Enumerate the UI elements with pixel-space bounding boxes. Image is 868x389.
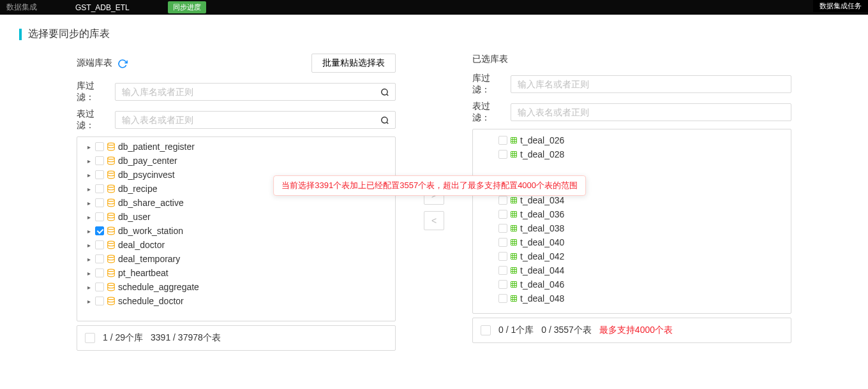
tree-checkbox[interactable] bbox=[498, 252, 507, 261]
tree-item[interactable]: t_deal_042 bbox=[473, 249, 791, 263]
dest-summary-checkbox[interactable] bbox=[481, 325, 491, 335]
tree-item[interactable]: ▸db_share_active bbox=[77, 196, 395, 210]
source-summary-db: 1 / 29个库 bbox=[103, 332, 143, 344]
tree-checkbox[interactable] bbox=[498, 238, 507, 247]
tree-checkbox[interactable] bbox=[498, 150, 507, 159]
database-icon bbox=[107, 268, 116, 277]
tree-checkbox[interactable] bbox=[95, 226, 104, 235]
transfer-left-button[interactable]: < bbox=[424, 211, 444, 230]
tree-item[interactable]: t_deal_036 bbox=[473, 207, 791, 221]
tree-checkbox[interactable] bbox=[95, 156, 104, 165]
tree-item[interactable]: ▸deal_doctor bbox=[77, 238, 395, 252]
tree-checkbox[interactable] bbox=[95, 198, 104, 207]
dest-summary-table: 0 / 3557个表 bbox=[541, 325, 592, 336]
tree-label: deal_temporary bbox=[118, 254, 180, 264]
chevron-right-icon[interactable]: ▸ bbox=[85, 172, 93, 179]
chevron-right-icon[interactable]: ▸ bbox=[85, 200, 93, 207]
database-icon bbox=[107, 156, 116, 165]
source-summary: 1 / 29个库 3391 / 37978个表 bbox=[77, 325, 396, 351]
tree-checkbox[interactable] bbox=[95, 240, 104, 249]
chevron-right-icon[interactable]: ▸ bbox=[85, 284, 93, 291]
dest-panel-title: 已选库表 bbox=[472, 54, 508, 65]
source-table-filter-label: 表过滤： bbox=[77, 108, 108, 131]
chevron-right-icon[interactable]: ▸ bbox=[85, 298, 93, 305]
tree-checkbox[interactable] bbox=[498, 210, 507, 219]
tree-item[interactable]: t_deal_046 bbox=[473, 277, 791, 291]
refresh-icon[interactable] bbox=[117, 57, 128, 68]
chevron-right-icon[interactable]: ▸ bbox=[85, 228, 93, 235]
tree-item[interactable]: ▸schedule_aggregate bbox=[77, 280, 395, 294]
svg-point-13 bbox=[108, 269, 115, 272]
dest-tree[interactable]: t_deal_026t_deal_028t_deal_034t_deal_036… bbox=[472, 129, 791, 314]
tree-item[interactable]: t_deal_044 bbox=[473, 263, 791, 277]
tree-item[interactable]: ▸schedule_doctor bbox=[77, 294, 395, 308]
tree-checkbox[interactable] bbox=[498, 294, 507, 303]
tree-item[interactable]: t_deal_026 bbox=[473, 133, 791, 147]
top-bar-tab[interactable]: GST_ADB_ETL bbox=[75, 3, 130, 12]
svg-rect-31 bbox=[511, 212, 517, 217]
tree-checkbox[interactable] bbox=[95, 184, 104, 193]
database-icon bbox=[107, 226, 116, 235]
tree-item[interactable]: ▸pt_heartbeat bbox=[77, 266, 395, 280]
chevron-right-icon[interactable]: ▸ bbox=[85, 270, 93, 277]
svg-point-11 bbox=[108, 241, 115, 244]
svg-rect-46 bbox=[511, 254, 517, 260]
tree-checkbox[interactable] bbox=[95, 142, 104, 151]
search-icon[interactable] bbox=[380, 115, 389, 125]
tree-item[interactable]: ▸deal_temporary bbox=[77, 252, 395, 266]
database-icon bbox=[107, 142, 116, 151]
tree-checkbox[interactable] bbox=[498, 280, 507, 289]
source-panel-title: 源端库表 bbox=[77, 57, 128, 69]
tree-label: t_deal_026 bbox=[520, 135, 564, 145]
dest-db-filter-input[interactable] bbox=[511, 75, 791, 93]
chevron-right-icon[interactable]: ▸ bbox=[85, 242, 93, 249]
tree-checkbox[interactable] bbox=[498, 196, 507, 205]
table-icon bbox=[510, 196, 518, 204]
source-tree[interactable]: ▸db_patient_register▸db_pay_center▸db_ps… bbox=[77, 136, 396, 321]
svg-rect-61 bbox=[511, 296, 517, 302]
tree-item[interactable]: ▸db_user bbox=[77, 210, 395, 224]
table-icon bbox=[510, 150, 518, 158]
chevron-right-icon[interactable]: ▸ bbox=[85, 158, 93, 165]
tree-item[interactable]: t_deal_040 bbox=[473, 235, 791, 249]
tree-label: schedule_doctor bbox=[118, 296, 184, 306]
svg-point-12 bbox=[108, 255, 115, 258]
tree-checkbox[interactable] bbox=[95, 283, 104, 291]
tree-label: pt_heartbeat bbox=[118, 268, 168, 278]
tree-label: deal_doctor bbox=[118, 240, 165, 250]
tree-checkbox[interactable] bbox=[95, 297, 104, 305]
tree-checkbox[interactable] bbox=[95, 170, 104, 179]
svg-point-2 bbox=[382, 117, 387, 123]
tree-checkbox[interactable] bbox=[498, 266, 507, 275]
tree-label: t_deal_034 bbox=[520, 195, 564, 205]
tree-checkbox[interactable] bbox=[95, 268, 104, 277]
tree-item[interactable]: ▸db_patient_register bbox=[77, 140, 395, 154]
svg-rect-16 bbox=[511, 138, 517, 143]
chevron-right-icon[interactable]: ▸ bbox=[85, 186, 93, 193]
table-icon bbox=[510, 239, 518, 246]
chevron-right-icon[interactable]: ▸ bbox=[85, 256, 93, 263]
dest-db-filter-label: 库过滤： bbox=[472, 73, 504, 96]
tree-item[interactable]: t_deal_048 bbox=[473, 291, 791, 305]
tree-checkbox[interactable] bbox=[498, 136, 507, 145]
dest-table-filter-input[interactable] bbox=[511, 103, 791, 121]
tree-item[interactable]: ▸db_work_station bbox=[77, 224, 395, 238]
tree-checkbox[interactable] bbox=[95, 212, 104, 221]
tree-label: db_share_active bbox=[118, 198, 184, 208]
tree-item[interactable]: t_deal_038 bbox=[473, 221, 791, 235]
batch-paste-button[interactable]: 批量粘贴选择表 bbox=[311, 54, 396, 73]
chevron-right-icon[interactable]: ▸ bbox=[85, 214, 93, 221]
source-summary-checkbox[interactable] bbox=[85, 333, 95, 343]
tree-item[interactable]: ▸db_pay_center bbox=[77, 154, 395, 168]
tree-checkbox[interactable] bbox=[95, 254, 104, 263]
tree-label: t_deal_028 bbox=[520, 149, 564, 159]
tree-label: t_deal_046 bbox=[520, 279, 564, 290]
tree-item[interactable]: t_deal_028 bbox=[473, 147, 791, 161]
search-icon[interactable] bbox=[380, 87, 389, 97]
chevron-right-icon[interactable]: ▸ bbox=[85, 143, 93, 150]
top-bar-badge: 同步进度 bbox=[168, 1, 206, 13]
source-db-filter-input[interactable] bbox=[115, 83, 396, 101]
source-table-filter-input[interactable] bbox=[115, 111, 396, 129]
svg-point-7 bbox=[108, 185, 115, 187]
tree-checkbox[interactable] bbox=[498, 224, 507, 233]
